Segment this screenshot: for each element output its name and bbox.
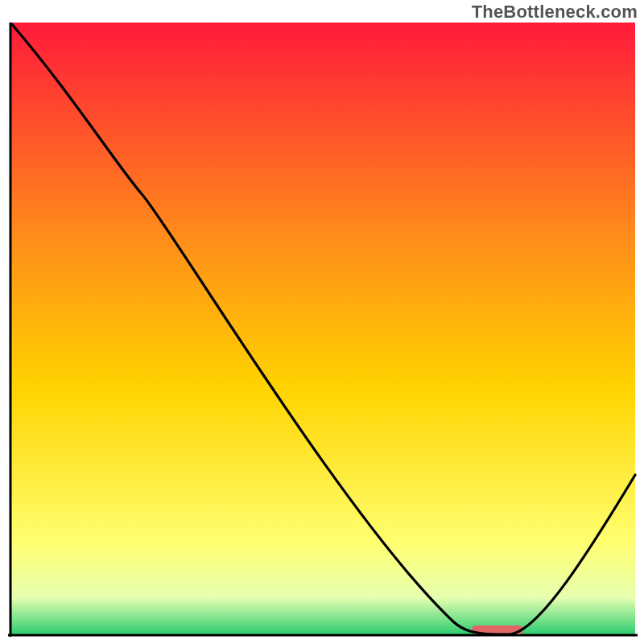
gradient-background bbox=[10, 23, 635, 634]
watermark-text: TheBottleneck.com bbox=[472, 2, 638, 23]
bottleneck-chart: TheBottleneck.com bbox=[0, 0, 644, 644]
plot-svg bbox=[8, 23, 638, 639]
